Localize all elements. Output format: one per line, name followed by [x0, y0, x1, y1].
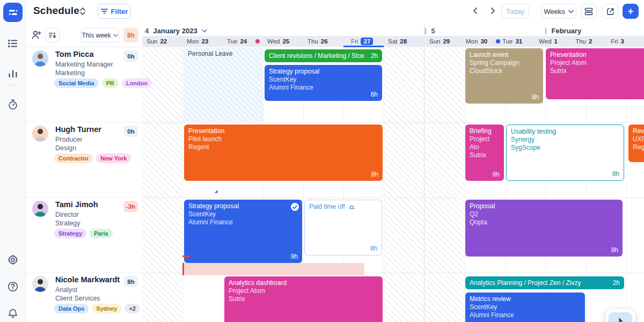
event-project: ScentKey [470, 303, 581, 311]
person-hours-badge: 0h [124, 50, 138, 62]
month-label-february: February [545, 27, 581, 35]
person-card-hugh-turner[interactable]: Hugh Turner 0h Producer Design Contracto… [26, 122, 142, 197]
event-client: Rege [633, 143, 644, 151]
chevron-down-icon [113, 34, 118, 37]
floating-cursor-widget[interactable] [605, 309, 635, 322]
event-metrics-review[interactable]: Metrics review ScentKey Alumni Finance [465, 292, 585, 322]
view-mode-dropdown[interactable]: Weeks [541, 4, 576, 19]
day-cell-mon-30[interactable]: Mon30 [462, 36, 498, 47]
event-project: ScentKey [269, 76, 378, 84]
app-logo[interactable] [3, 3, 23, 22]
day-cell-thu-26[interactable]: Thu26 [303, 36, 343, 47]
day-cell-wed-1[interactable]: Wed1 [535, 36, 571, 47]
title-sort-icon[interactable] [79, 7, 86, 16]
topbar: Schedule Filter Today Weeks + [26, 0, 644, 23]
week-number: 4 [145, 27, 149, 35]
list-view-icon[interactable] [7, 38, 19, 49]
event-personal-leave[interactable]: Personal Leave [184, 47, 263, 122]
tag: Data Ops [54, 304, 89, 313]
help-icon[interactable] [7, 281, 19, 292]
person-hours-badge: 0h [124, 126, 138, 137]
event-title: Presentation [188, 127, 378, 135]
grid-line [182, 47, 183, 322]
person-card-tom-picca[interactable]: Tom Picca 0h Marketing Manager Marketing… [26, 47, 142, 122]
tag: Contractor [54, 153, 93, 163]
month-label-january[interactable]: 4 January 2023 [145, 27, 207, 35]
share-export-button[interactable] [602, 4, 618, 19]
day-cell-sun-22[interactable]: Sun22 [142, 36, 182, 47]
today-button[interactable]: Today [501, 4, 529, 19]
event-project: ScentKey [188, 210, 298, 218]
event-review-clipped[interactable]: Revie UXR Rege [628, 125, 644, 162]
timer-icon[interactable] [7, 99, 19, 111]
event-project: UXR [633, 135, 644, 143]
event-hours: 8h [371, 171, 378, 179]
day-header-week4: Sun22 Mon23 Tue24 Wed25 Thu26 Fri27 Sat2… [142, 36, 424, 47]
reports-chart-icon[interactable] [7, 68, 19, 79]
event-analytics-planning[interactable]: Analytics Planning / Project Zen / Zivzy… [465, 276, 624, 289]
event-title: Briefing [470, 127, 500, 135]
event-client-revisions[interactable]: Client revisions / Marketing / Stox 2h [265, 49, 382, 62]
event-hours: 8h [611, 246, 618, 254]
person-card-nicole-markwardt[interactable]: Nicole Markwardt 8h Analyst Client Servi… [26, 273, 142, 322]
overload-tick [182, 263, 184, 275]
add-person-icon[interactable] [31, 30, 42, 40]
avatar [32, 50, 48, 67]
event-presentation-hugh[interactable]: Presentation Pilot launch Regent 8h [184, 125, 383, 181]
filter-label: Filter [111, 8, 128, 16]
notifications-bell-icon[interactable] [7, 308, 19, 319]
person-hours-badge: 8h [124, 276, 138, 287]
grid-line [384, 47, 384, 322]
milestone-dot-pink[interactable] [255, 39, 260, 43]
day-cell-sun-29[interactable]: Sun29 [425, 36, 462, 47]
event-analytics-dashboard[interactable]: Analytics dashboard Project Atom Sutrix [224, 276, 383, 322]
avatar [32, 276, 48, 292]
person-card-tami-jimoh[interactable]: Tami Jimoh -3h Director Strategy Strateg… [26, 197, 142, 273]
next-week-icon[interactable] [488, 6, 498, 16]
day-cell-fri-3[interactable]: Fri3 [608, 36, 644, 47]
day-cell-tue-31[interactable]: Tue31 [498, 36, 535, 47]
range-select[interactable]: This week [80, 28, 119, 42]
weekend-hatch-sat-28 [384, 47, 424, 322]
event-usability-testing[interactable]: Usability testing Synergy SygScope 8h [506, 125, 624, 181]
person-role: Producer [55, 136, 83, 143]
avatar [32, 201, 48, 217]
nav-rail [0, 0, 26, 322]
event-title: Launch event [470, 51, 539, 59]
people-panel-header: This week 8h [26, 23, 142, 47]
event-title: Usability testing [511, 128, 619, 136]
day-header-week5: Sun29 Mon30 Tue31 Wed1 Thu2 Fri3 [425, 36, 644, 47]
filter-button[interactable]: Filter [98, 4, 131, 19]
row-layout-button[interactable] [581, 4, 597, 19]
done-check-icon [291, 203, 299, 211]
weekend-hatch-sun-29 [425, 47, 465, 322]
day-cell-wed-25[interactable]: Wed25 [263, 36, 303, 47]
event-hours: 8h [532, 93, 539, 101]
person-team: Client Services [55, 295, 100, 302]
event-client: Sutrix [229, 295, 378, 303]
tag: +2 [125, 304, 140, 313]
day-cell-fri-27-today[interactable]: Fri27 [343, 36, 384, 47]
event-client: CloudStock [470, 67, 539, 75]
person-role: Director [55, 211, 79, 218]
event-presentation-tom[interactable]: Presentation Project Atom Sutrix [546, 48, 644, 99]
week-number: 5 [431, 27, 435, 35]
milestone-dot-blue[interactable] [496, 39, 500, 43]
event-strategy-proposal-tami[interactable]: Strategy proposal ScentKey Alumni Financ… [184, 200, 302, 263]
event-proposal-q2[interactable]: Proposal Q2 Qopta 8h [465, 200, 623, 257]
view-mode-label: Weeks [544, 8, 565, 16]
day-cell-mon-23[interactable]: Mon23 [182, 36, 223, 47]
prev-week-icon[interactable] [471, 6, 481, 16]
settings-gear-icon[interactable] [7, 254, 19, 266]
dependency-arrow [214, 189, 218, 194]
event-briefing[interactable]: Briefing Project Ato Sutrix 8h [465, 125, 504, 181]
sort-people-button[interactable] [45, 28, 60, 42]
event-strategy-proposal-tom[interactable]: Strategy proposal ScentKey Alumni Financ… [265, 65, 382, 101]
event-project: Pilot launch [188, 135, 378, 143]
add-task-button[interactable]: + [623, 4, 639, 19]
day-cell-thu-2[interactable]: Thu2 [571, 36, 608, 47]
today-label: Today [506, 8, 525, 16]
day-cell-sat-28[interactable]: Sat28 [384, 36, 424, 47]
event-paid-time-off[interactable]: Paid time off 8h [304, 200, 382, 255]
event-launch-event[interactable]: Launch event Spring Campaign CloudStock … [465, 48, 543, 104]
